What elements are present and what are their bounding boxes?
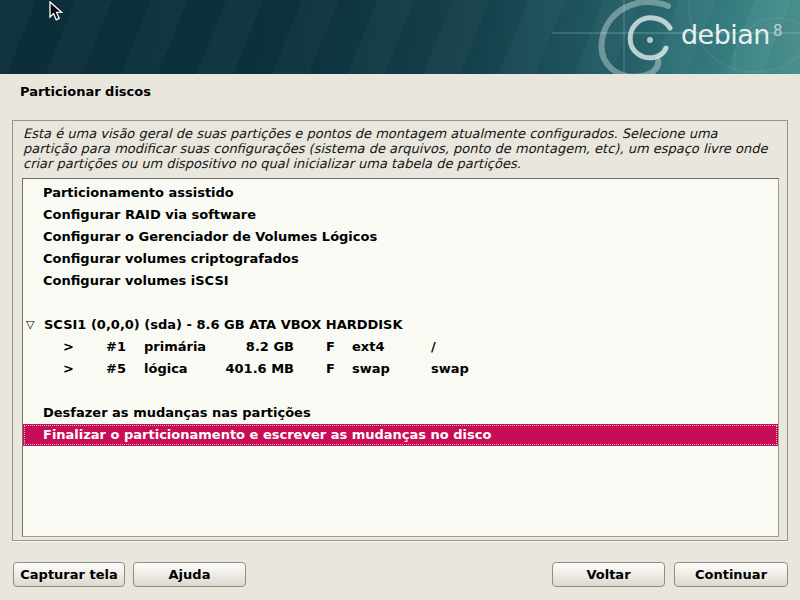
partition-arrow-icon: > <box>63 336 74 358</box>
debian-wordmark: debian8 <box>681 20 782 50</box>
spacer-row <box>23 380 778 402</box>
partition-filesystem: swap <box>352 358 390 380</box>
partition-arrow-icon: > <box>63 358 74 380</box>
installer-window: debian8 Particionar discos Esta é uma vi… <box>0 0 800 600</box>
partition-list: Particionamento assistido Configurar RAI… <box>22 178 779 537</box>
partition-row[interactable]: > #1 primária 8.2 GB F ext4 / <box>23 336 778 358</box>
brand-version: 8 <box>773 22 782 40</box>
debian-banner: debian8 <box>0 0 800 74</box>
list-item-undo-changes[interactable]: Desfazer as mudanças nas partições <box>23 402 778 424</box>
partition-size: 8.2 GB <box>174 336 294 358</box>
list-item-configure-iscsi[interactable]: Configurar volumes iSCSI <box>23 270 778 292</box>
partition-flag: F <box>326 336 335 358</box>
help-button[interactable]: Ajuda <box>133 562 246 587</box>
partition-filesystem: ext4 <box>352 336 384 358</box>
list-item-configure-raid[interactable]: Configurar RAID via software <box>23 204 778 226</box>
content-frame: Esta é uma visão geral de suas partições… <box>12 120 788 541</box>
list-item-configure-lvm[interactable]: Configurar o Gerenciador de Volumes Lógi… <box>23 226 778 248</box>
list-item-configure-crypto[interactable]: Configurar volumes criptografados <box>23 248 778 270</box>
spacer-row <box>23 292 778 314</box>
page-description: Esta é uma visão geral de suas partições… <box>23 126 775 171</box>
continue-button[interactable]: Continuar <box>674 562 788 587</box>
screenshot-button[interactable]: Capturar tela <box>13 562 125 587</box>
list-item-guided-partitioning[interactable]: Particionamento assistido <box>23 182 778 204</box>
partition-number: #5 <box>106 358 126 380</box>
back-button[interactable]: Voltar <box>552 562 665 587</box>
partition-number: #1 <box>106 336 126 358</box>
brand-name: debian <box>681 19 770 50</box>
mouse-arrow-cursor <box>49 1 64 22</box>
partition-row[interactable]: > #5 lógica 401.6 MB F swap swap <box>23 358 778 380</box>
page-title: Particionar discos <box>20 84 151 99</box>
partition-flag: F <box>326 358 335 380</box>
list-item-finish-partitioning[interactable]: Finalizar o particionamento e escrever a… <box>23 424 778 446</box>
partition-mountpoint: / <box>431 336 436 358</box>
disk-row[interactable]: ▽ SCSI1 (0,0,0) (sda) - 8.6 GB ATA VBOX … <box>23 314 778 336</box>
disk-label: SCSI1 (0,0,0) (sda) - 8.6 GB ATA VBOX HA… <box>44 314 403 336</box>
partition-mountpoint: swap <box>431 358 469 380</box>
partition-size: 401.6 MB <box>174 358 294 380</box>
expander-open-icon[interactable]: ▽ <box>26 314 42 336</box>
